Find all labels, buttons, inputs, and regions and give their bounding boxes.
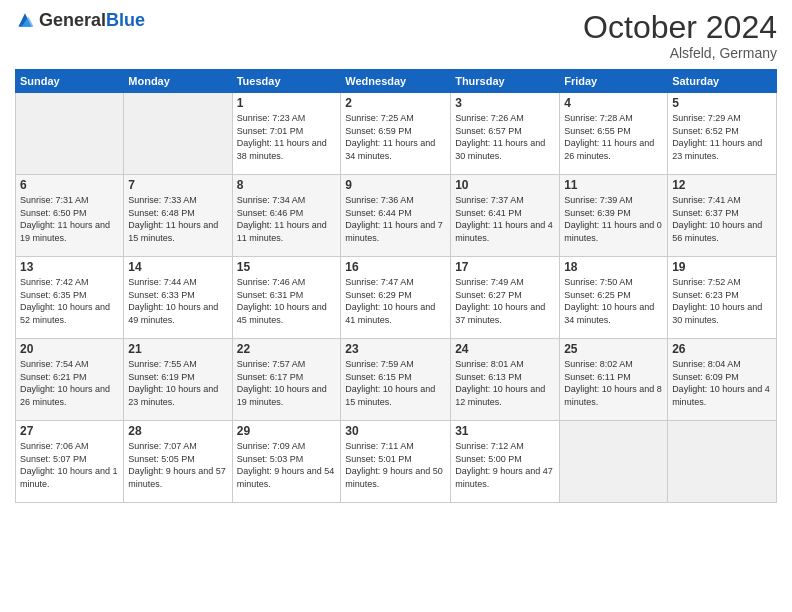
day-info: Sunrise: 7:46 AMSunset: 6:31 PMDaylight:… — [237, 276, 337, 326]
day-info: Sunrise: 7:42 AMSunset: 6:35 PMDaylight:… — [20, 276, 119, 326]
cell-4-6: 25Sunrise: 8:02 AMSunset: 6:11 PMDayligh… — [560, 339, 668, 421]
cell-3-6: 18Sunrise: 7:50 AMSunset: 6:25 PMDayligh… — [560, 257, 668, 339]
day-info: Sunrise: 7:09 AMSunset: 5:03 PMDaylight:… — [237, 440, 337, 490]
day-number: 18 — [564, 260, 663, 274]
day-number: 29 — [237, 424, 337, 438]
day-number: 10 — [455, 178, 555, 192]
week-row-2: 6Sunrise: 7:31 AMSunset: 6:50 PMDaylight… — [16, 175, 777, 257]
day-number: 28 — [128, 424, 227, 438]
day-number: 31 — [455, 424, 555, 438]
day-info: Sunrise: 8:01 AMSunset: 6:13 PMDaylight:… — [455, 358, 555, 408]
day-info: Sunrise: 7:57 AMSunset: 6:17 PMDaylight:… — [237, 358, 337, 408]
col-wednesday: Wednesday — [341, 70, 451, 93]
day-info: Sunrise: 7:37 AMSunset: 6:41 PMDaylight:… — [455, 194, 555, 244]
cell-4-3: 22Sunrise: 7:57 AMSunset: 6:17 PMDayligh… — [232, 339, 341, 421]
day-info: Sunrise: 7:47 AMSunset: 6:29 PMDaylight:… — [345, 276, 446, 326]
cell-5-5: 31Sunrise: 7:12 AMSunset: 5:00 PMDayligh… — [451, 421, 560, 503]
cell-2-6: 11Sunrise: 7:39 AMSunset: 6:39 PMDayligh… — [560, 175, 668, 257]
day-number: 25 — [564, 342, 663, 356]
day-info: Sunrise: 8:02 AMSunset: 6:11 PMDaylight:… — [564, 358, 663, 408]
week-row-4: 20Sunrise: 7:54 AMSunset: 6:21 PMDayligh… — [16, 339, 777, 421]
cell-4-1: 20Sunrise: 7:54 AMSunset: 6:21 PMDayligh… — [16, 339, 124, 421]
cell-2-3: 8Sunrise: 7:34 AMSunset: 6:46 PMDaylight… — [232, 175, 341, 257]
cell-4-2: 21Sunrise: 7:55 AMSunset: 6:19 PMDayligh… — [124, 339, 232, 421]
day-info: Sunrise: 7:11 AMSunset: 5:01 PMDaylight:… — [345, 440, 446, 490]
cell-5-1: 27Sunrise: 7:06 AMSunset: 5:07 PMDayligh… — [16, 421, 124, 503]
cell-4-7: 26Sunrise: 8:04 AMSunset: 6:09 PMDayligh… — [668, 339, 777, 421]
day-info: Sunrise: 7:26 AMSunset: 6:57 PMDaylight:… — [455, 112, 555, 162]
day-number: 7 — [128, 178, 227, 192]
cell-3-7: 19Sunrise: 7:52 AMSunset: 6:23 PMDayligh… — [668, 257, 777, 339]
week-row-5: 27Sunrise: 7:06 AMSunset: 5:07 PMDayligh… — [16, 421, 777, 503]
cell-1-3: 1Sunrise: 7:23 AMSunset: 7:01 PMDaylight… — [232, 93, 341, 175]
day-info: Sunrise: 7:49 AMSunset: 6:27 PMDaylight:… — [455, 276, 555, 326]
calendar-table: Sunday Monday Tuesday Wednesday Thursday… — [15, 69, 777, 503]
cell-4-4: 23Sunrise: 7:59 AMSunset: 6:15 PMDayligh… — [341, 339, 451, 421]
day-number: 6 — [20, 178, 119, 192]
day-info: Sunrise: 7:31 AMSunset: 6:50 PMDaylight:… — [20, 194, 119, 244]
day-number: 8 — [237, 178, 337, 192]
day-info: Sunrise: 7:12 AMSunset: 5:00 PMDaylight:… — [455, 440, 555, 490]
day-info: Sunrise: 7:54 AMSunset: 6:21 PMDaylight:… — [20, 358, 119, 408]
day-info: Sunrise: 7:07 AMSunset: 5:05 PMDaylight:… — [128, 440, 227, 490]
day-info: Sunrise: 7:28 AMSunset: 6:55 PMDaylight:… — [564, 112, 663, 162]
day-number: 12 — [672, 178, 772, 192]
col-tuesday: Tuesday — [232, 70, 341, 93]
page: GeneralBlue October 2024 Alsfeld, German… — [0, 0, 792, 612]
cell-4-5: 24Sunrise: 8:01 AMSunset: 6:13 PMDayligh… — [451, 339, 560, 421]
cell-2-1: 6Sunrise: 7:31 AMSunset: 6:50 PMDaylight… — [16, 175, 124, 257]
day-info: Sunrise: 7:23 AMSunset: 7:01 PMDaylight:… — [237, 112, 337, 162]
cell-3-2: 14Sunrise: 7:44 AMSunset: 6:33 PMDayligh… — [124, 257, 232, 339]
day-number: 27 — [20, 424, 119, 438]
day-number: 23 — [345, 342, 446, 356]
day-info: Sunrise: 7:34 AMSunset: 6:46 PMDaylight:… — [237, 194, 337, 244]
day-number: 16 — [345, 260, 446, 274]
day-number: 13 — [20, 260, 119, 274]
cell-2-4: 9Sunrise: 7:36 AMSunset: 6:44 PMDaylight… — [341, 175, 451, 257]
day-number: 19 — [672, 260, 772, 274]
col-thursday: Thursday — [451, 70, 560, 93]
day-number: 1 — [237, 96, 337, 110]
cell-5-4: 30Sunrise: 7:11 AMSunset: 5:01 PMDayligh… — [341, 421, 451, 503]
day-number: 17 — [455, 260, 555, 274]
cell-1-4: 2Sunrise: 7:25 AMSunset: 6:59 PMDaylight… — [341, 93, 451, 175]
cell-5-6 — [560, 421, 668, 503]
logo-general-text: General — [39, 10, 106, 30]
logo-icon — [15, 10, 35, 30]
day-number: 21 — [128, 342, 227, 356]
cell-1-1 — [16, 93, 124, 175]
day-info: Sunrise: 7:25 AMSunset: 6:59 PMDaylight:… — [345, 112, 446, 162]
day-number: 26 — [672, 342, 772, 356]
day-number: 22 — [237, 342, 337, 356]
day-info: Sunrise: 7:50 AMSunset: 6:25 PMDaylight:… — [564, 276, 663, 326]
cell-1-5: 3Sunrise: 7:26 AMSunset: 6:57 PMDaylight… — [451, 93, 560, 175]
cell-2-5: 10Sunrise: 7:37 AMSunset: 6:41 PMDayligh… — [451, 175, 560, 257]
cell-3-4: 16Sunrise: 7:47 AMSunset: 6:29 PMDayligh… — [341, 257, 451, 339]
day-info: Sunrise: 7:55 AMSunset: 6:19 PMDaylight:… — [128, 358, 227, 408]
cell-3-3: 15Sunrise: 7:46 AMSunset: 6:31 PMDayligh… — [232, 257, 341, 339]
logo-blue-text: Blue — [106, 10, 145, 30]
cell-3-1: 13Sunrise: 7:42 AMSunset: 6:35 PMDayligh… — [16, 257, 124, 339]
day-number: 9 — [345, 178, 446, 192]
header-row: Sunday Monday Tuesday Wednesday Thursday… — [16, 70, 777, 93]
day-info: Sunrise: 7:33 AMSunset: 6:48 PMDaylight:… — [128, 194, 227, 244]
day-number: 4 — [564, 96, 663, 110]
cell-2-7: 12Sunrise: 7:41 AMSunset: 6:37 PMDayligh… — [668, 175, 777, 257]
cell-1-2 — [124, 93, 232, 175]
cell-5-7 — [668, 421, 777, 503]
day-info: Sunrise: 8:04 AMSunset: 6:09 PMDaylight:… — [672, 358, 772, 408]
day-info: Sunrise: 7:06 AMSunset: 5:07 PMDaylight:… — [20, 440, 119, 490]
day-number: 30 — [345, 424, 446, 438]
day-info: Sunrise: 7:36 AMSunset: 6:44 PMDaylight:… — [345, 194, 446, 244]
location: Alsfeld, Germany — [583, 45, 777, 61]
week-row-1: 1Sunrise: 7:23 AMSunset: 7:01 PMDaylight… — [16, 93, 777, 175]
day-number: 11 — [564, 178, 663, 192]
day-info: Sunrise: 7:29 AMSunset: 6:52 PMDaylight:… — [672, 112, 772, 162]
col-monday: Monday — [124, 70, 232, 93]
cell-5-3: 29Sunrise: 7:09 AMSunset: 5:03 PMDayligh… — [232, 421, 341, 503]
cell-5-2: 28Sunrise: 7:07 AMSunset: 5:05 PMDayligh… — [124, 421, 232, 503]
title-block: October 2024 Alsfeld, Germany — [583, 10, 777, 61]
col-saturday: Saturday — [668, 70, 777, 93]
day-number: 24 — [455, 342, 555, 356]
cell-3-5: 17Sunrise: 7:49 AMSunset: 6:27 PMDayligh… — [451, 257, 560, 339]
